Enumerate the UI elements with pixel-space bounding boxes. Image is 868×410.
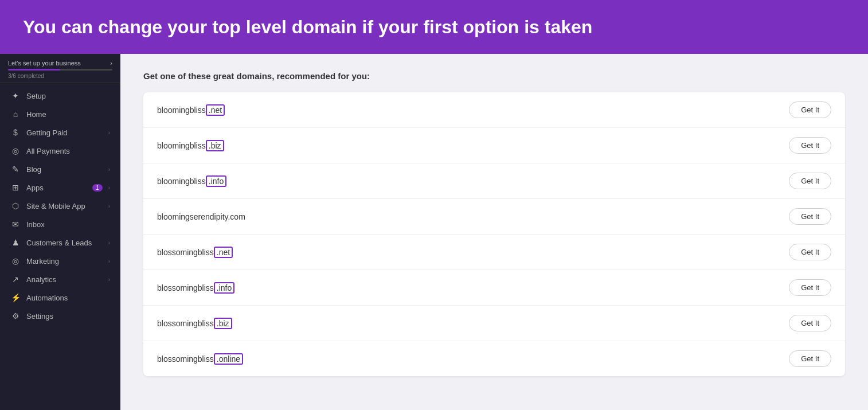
sidebar-label-settings: Settings	[26, 312, 110, 321]
domain-row: blossomingbliss.biz Get It	[143, 306, 845, 341]
analytics-icon: ↗	[10, 275, 21, 284]
arrow-site-mobile-app: ›	[108, 203, 110, 209]
get-it-button-0[interactable]: Get It	[789, 101, 831, 118]
sidebar-item-getting-paid[interactable]: $ Getting Paid ›	[2, 123, 118, 142]
domain-name-5: blossomingbliss.info	[157, 282, 234, 294]
sidebar-top: Let's set up your business › 3/6 complet…	[0, 54, 120, 83]
get-it-button-5[interactable]: Get It	[789, 279, 831, 296]
all-payments-icon: ◎	[10, 146, 21, 155]
domain-name-7: blossomingbliss.online	[157, 353, 243, 365]
settings-icon: ⚙	[10, 311, 21, 321]
sidebar-label-apps: Apps	[26, 183, 87, 192]
getting-paid-icon: $	[10, 128, 21, 137]
sidebar-item-analytics[interactable]: ↗ Analytics ›	[2, 270, 118, 288]
domain-row: blossomingbliss.info Get It	[143, 270, 845, 306]
sidebar-label-blog: Blog	[26, 165, 103, 174]
sidebar-setup-arrow: ›	[110, 60, 112, 67]
get-it-button-3[interactable]: Get It	[789, 208, 831, 225]
sidebar-label-setup: Setup	[26, 92, 110, 100]
domain-name-4: blossomingbliss.net	[157, 247, 233, 258]
get-it-button-6[interactable]: Get It	[789, 315, 831, 331]
sidebar-label-getting-paid: Getting Paid	[26, 128, 103, 137]
sidebar-item-automations[interactable]: ⚡ Automations	[2, 288, 118, 307]
domain-name-3: bloomingserendipity.com	[157, 212, 245, 221]
get-it-button-4[interactable]: Get It	[789, 244, 831, 260]
top-banner: You can change your top level domain if …	[0, 0, 868, 54]
domain-row: bloomingbliss.info Get It	[143, 163, 845, 199]
arrow-apps: ›	[108, 185, 110, 191]
sidebar-item-inbox[interactable]: ✉ Inbox	[2, 215, 118, 233]
banner-title: You can change your top level domain if …	[23, 16, 845, 38]
arrow-analytics: ›	[108, 276, 110, 283]
arrow-marketing: ›	[108, 258, 110, 264]
automations-icon: ⚡	[10, 293, 21, 302]
sidebar-item-all-payments[interactable]: ◎ All Payments	[2, 142, 118, 160]
arrow-getting-paid: ›	[108, 130, 110, 136]
sidebar-label-analytics: Analytics	[26, 275, 103, 284]
customers-leads-icon: ♟	[10, 238, 21, 247]
domain-row: blossomingbliss.online Get It	[143, 341, 845, 376]
domain-list: bloomingbliss.net Get It bloomingbliss.b…	[143, 92, 845, 376]
arrow-blog: ›	[108, 166, 110, 173]
marketing-icon: ◎	[10, 256, 21, 265]
sidebar-label-all-payments: All Payments	[26, 147, 110, 155]
inbox-icon: ✉	[10, 220, 21, 229]
setup-icon: ✦	[10, 91, 21, 100]
sidebar-item-blog[interactable]: ✎ Blog ›	[2, 160, 118, 178]
domain-name-6: blossomingbliss.biz	[157, 318, 232, 329]
sidebar-progress-text: 3/6 completed	[8, 73, 112, 79]
site-mobile-app-icon: ⬡	[10, 201, 21, 210]
sidebar: Let's set up your business › 3/6 complet…	[0, 54, 120, 410]
sidebar-item-home[interactable]: ⌂ Home	[2, 105, 118, 123]
get-it-button-7[interactable]: Get It	[789, 350, 831, 367]
main-content: Get one of these great domains, recommen…	[120, 54, 868, 410]
sidebar-label-inbox: Inbox	[26, 220, 110, 229]
home-icon: ⌂	[10, 110, 21, 119]
blog-icon: ✎	[10, 165, 21, 174]
sidebar-label-customers-leads: Customers & Leads	[26, 239, 103, 247]
sidebar-setup-label: Let's set up your business ›	[8, 60, 112, 67]
get-it-button-1[interactable]: Get It	[789, 137, 831, 154]
sidebar-item-setup[interactable]: ✦ Setup	[2, 87, 118, 105]
sidebar-label-home: Home	[26, 110, 110, 119]
sidebar-item-site-mobile-app[interactable]: ⬡ Site & Mobile App ›	[2, 197, 118, 215]
domain-row: bloomingbliss.biz Get It	[143, 128, 845, 163]
sidebar-nav: ✦ Setup ⌂ Home $ Getting Paid › ◎ All Pa…	[0, 83, 120, 410]
sidebar-label-site-mobile-app: Site & Mobile App	[26, 202, 103, 210]
section-title: Get one of these great domains, recommen…	[143, 71, 845, 81]
apps-icon: ⊞	[10, 183, 21, 192]
domain-name-0: bloomingbliss.net	[157, 104, 225, 116]
sidebar-item-settings[interactable]: ⚙ Settings	[2, 307, 118, 325]
sidebar-label-automations: Automations	[26, 294, 110, 302]
get-it-button-2[interactable]: Get It	[789, 173, 831, 189]
arrow-customers-leads: ›	[108, 240, 110, 246]
sidebar-progress-bar	[8, 69, 112, 71]
badge-apps: 1	[92, 184, 103, 192]
sidebar-progress-fill	[8, 69, 60, 71]
sidebar-item-apps[interactable]: ⊞ Apps 1 ›	[2, 178, 118, 197]
sidebar-item-marketing[interactable]: ◎ Marketing ›	[2, 252, 118, 270]
sidebar-item-customers-leads[interactable]: ♟ Customers & Leads ›	[2, 233, 118, 252]
domain-row: bloomingbliss.net Get It	[143, 92, 845, 128]
domain-name-2: bloomingbliss.info	[157, 175, 226, 187]
domain-row: bloomingserendipity.com Get It	[143, 199, 845, 235]
domain-name-1: bloomingbliss.biz	[157, 140, 224, 151]
sidebar-label-marketing: Marketing	[26, 257, 103, 265]
domain-row: blossomingbliss.net Get It	[143, 235, 845, 270]
